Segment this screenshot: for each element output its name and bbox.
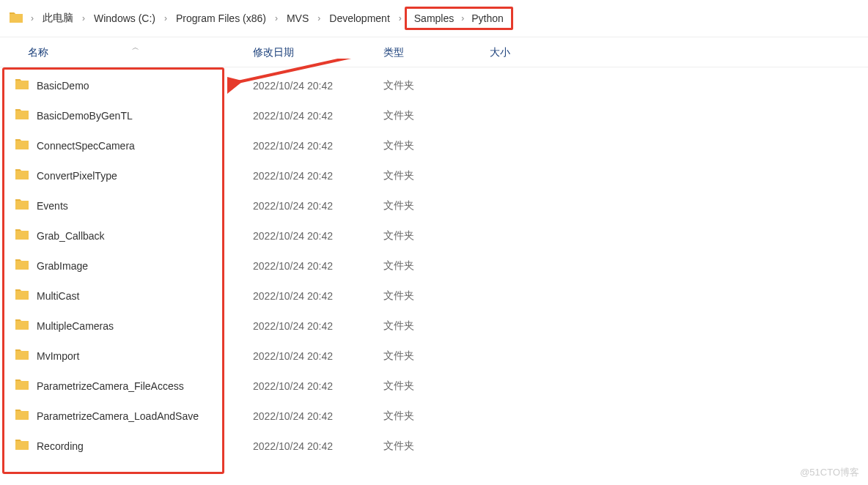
cell-name[interactable]: ConvertPixelType bbox=[0, 169, 253, 182]
folder-icon bbox=[9, 12, 23, 26]
folder-icon bbox=[15, 199, 29, 212]
chevron-right-icon[interactable]: › bbox=[457, 13, 468, 23]
cell-type: 文件夹 bbox=[383, 380, 490, 393]
column-header-label: 名称 bbox=[28, 46, 48, 58]
column-header-name[interactable]: 名称 ︿ bbox=[0, 46, 253, 59]
watermark-text: @51CTO博客 bbox=[800, 466, 859, 479]
breadcrumb-item[interactable]: Development bbox=[326, 11, 393, 26]
table-row[interactable]: MultipleCameras2022/10/24 20:42文件夹 bbox=[0, 311, 868, 341]
cell-type: 文件夹 bbox=[383, 440, 490, 453]
breadcrumb-item[interactable]: 此电脑 bbox=[40, 10, 76, 26]
file-name: ParametrizeCamera_LoadAndSave bbox=[37, 410, 199, 422]
folder-icon bbox=[15, 169, 29, 182]
folder-icon bbox=[15, 229, 29, 242]
folder-icon bbox=[15, 259, 29, 273]
cell-name[interactable]: Grab_Callback bbox=[0, 229, 253, 242]
cell-date: 2022/10/24 20:42 bbox=[253, 230, 383, 242]
chevron-right-icon[interactable]: › bbox=[78, 13, 89, 23]
cell-type: 文件夹 bbox=[383, 169, 490, 182]
table-row[interactable]: BasicDemoByGenTL2022/10/24 20:42文件夹 bbox=[0, 100, 868, 130]
cell-name[interactable]: Recording bbox=[0, 439, 253, 453]
cell-type: 文件夹 bbox=[383, 199, 490, 212]
breadcrumb-item[interactable]: MVS bbox=[284, 11, 312, 26]
file-name: GrabImage bbox=[37, 260, 88, 272]
folder-icon bbox=[15, 379, 29, 393]
cell-date: 2022/10/24 20:42 bbox=[253, 380, 383, 392]
chevron-right-icon[interactable]: › bbox=[26, 13, 38, 23]
cell-date: 2022/10/24 20:42 bbox=[253, 140, 383, 152]
chevron-right-icon[interactable]: › bbox=[271, 13, 282, 23]
file-name: MultipleCameras bbox=[37, 320, 114, 332]
file-name: Recording bbox=[37, 440, 84, 452]
cell-name[interactable]: MultipleCameras bbox=[0, 319, 253, 333]
cell-date: 2022/10/24 20:42 bbox=[253, 170, 383, 182]
file-name: BasicDemoByGenTL bbox=[37, 110, 133, 122]
folder-icon bbox=[15, 319, 29, 333]
table-row[interactable]: MultiCast2022/10/24 20:42文件夹 bbox=[0, 281, 868, 311]
file-name: BasicDemo bbox=[37, 80, 89, 92]
cell-date: 2022/10/24 20:42 bbox=[253, 80, 383, 92]
file-name: MultiCast bbox=[37, 290, 79, 302]
breadcrumb[interactable]: › 此电脑 › Windows (C:) › Program Files (x8… bbox=[0, 0, 868, 37]
cell-name[interactable]: ConnectSpecCamera bbox=[0, 138, 253, 152]
table-row[interactable]: ParametrizeCamera_FileAccess2022/10/24 2… bbox=[0, 371, 868, 401]
file-name: Grab_Callback bbox=[37, 230, 105, 242]
table-row[interactable]: ConvertPixelType2022/10/24 20:42文件夹 bbox=[0, 160, 868, 190]
chevron-right-icon[interactable]: › bbox=[160, 13, 172, 23]
cell-date: 2022/10/24 20:42 bbox=[253, 290, 383, 302]
cell-name[interactable]: BasicDemoByGenTL bbox=[0, 108, 253, 122]
cell-type: 文件夹 bbox=[383, 229, 490, 242]
column-header-type[interactable]: 类型 bbox=[383, 46, 490, 59]
folder-icon bbox=[15, 409, 29, 423]
file-name: ConvertPixelType bbox=[37, 170, 117, 182]
folder-icon bbox=[15, 78, 29, 92]
folder-icon bbox=[15, 349, 29, 363]
cell-name[interactable]: MvImport bbox=[0, 349, 253, 363]
file-name: ConnectSpecCamera bbox=[37, 140, 135, 152]
column-header-row: 名称 ︿ 修改日期 类型 大小 bbox=[0, 37, 868, 67]
file-list: BasicDemo2022/10/24 20:42文件夹BasicDemoByG… bbox=[0, 67, 868, 461]
table-row[interactable]: ParametrizeCamera_LoadAndSave2022/10/24 … bbox=[0, 401, 868, 431]
cell-type: 文件夹 bbox=[383, 410, 490, 423]
cell-name[interactable]: ParametrizeCamera_FileAccess bbox=[0, 379, 253, 393]
table-row[interactable]: Grab_Callback2022/10/24 20:42文件夹 bbox=[0, 221, 868, 251]
chevron-right-icon[interactable]: › bbox=[313, 13, 325, 23]
cell-type: 文件夹 bbox=[383, 259, 490, 273]
folder-icon bbox=[15, 439, 29, 453]
cell-name[interactable]: ParametrizeCamera_LoadAndSave bbox=[0, 409, 253, 423]
table-row[interactable]: Events2022/10/24 20:42文件夹 bbox=[0, 190, 868, 221]
annotation-highlight-box: Samples › Python bbox=[405, 7, 513, 30]
cell-date: 2022/10/24 20:42 bbox=[253, 350, 383, 362]
sort-ascending-icon: ︿ bbox=[132, 42, 139, 53]
breadcrumb-item[interactable]: Windows (C:) bbox=[91, 11, 158, 26]
cell-type: 文件夹 bbox=[383, 349, 490, 363]
cell-name[interactable]: BasicDemo bbox=[0, 78, 253, 92]
cell-type: 文件夹 bbox=[383, 319, 490, 333]
folder-icon bbox=[15, 289, 29, 303]
cell-name[interactable]: GrabImage bbox=[0, 259, 253, 273]
cell-name[interactable]: Events bbox=[0, 199, 253, 212]
column-header-size[interactable]: 大小 bbox=[490, 46, 578, 59]
table-row[interactable]: GrabImage2022/10/24 20:42文件夹 bbox=[0, 251, 868, 281]
file-name: MvImport bbox=[37, 350, 79, 362]
cell-name[interactable]: MultiCast bbox=[0, 289, 253, 303]
table-row[interactable]: BasicDemo2022/10/24 20:42文件夹 bbox=[0, 70, 868, 100]
cell-type: 文件夹 bbox=[383, 289, 490, 303]
cell-type: 文件夹 bbox=[383, 109, 490, 122]
cell-type: 文件夹 bbox=[383, 139, 490, 152]
table-row[interactable]: Recording2022/10/24 20:42文件夹 bbox=[0, 431, 868, 461]
cell-date: 2022/10/24 20:42 bbox=[253, 440, 383, 452]
table-row[interactable]: MvImport2022/10/24 20:42文件夹 bbox=[0, 341, 868, 371]
file-name: Events bbox=[37, 200, 68, 212]
cell-date: 2022/10/24 20:42 bbox=[253, 410, 383, 422]
cell-date: 2022/10/24 20:42 bbox=[253, 110, 383, 122]
folder-icon bbox=[15, 138, 29, 152]
breadcrumb-item[interactable]: Samples bbox=[411, 11, 457, 26]
folder-icon bbox=[15, 108, 29, 122]
table-row[interactable]: ConnectSpecCamera2022/10/24 20:42文件夹 bbox=[0, 130, 868, 160]
breadcrumb-item[interactable]: Program Files (x86) bbox=[173, 11, 269, 26]
file-name: ParametrizeCamera_FileAccess bbox=[37, 380, 184, 392]
breadcrumb-item[interactable]: Python bbox=[468, 11, 507, 26]
cell-date: 2022/10/24 20:42 bbox=[253, 320, 383, 332]
column-header-date[interactable]: 修改日期 bbox=[253, 46, 383, 59]
